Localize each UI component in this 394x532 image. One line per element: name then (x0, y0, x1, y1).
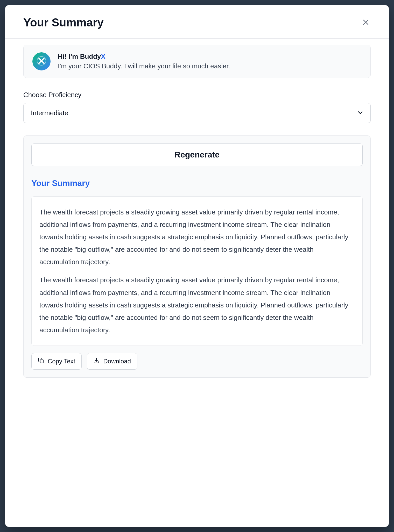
intro-heading: Hi! I'm BuddyX (58, 53, 362, 61)
summary-card: Regenerate Your Summary The wealth forec… (23, 135, 371, 378)
download-icon (93, 357, 100, 365)
summary-modal: Your Summary Hi! I'm BuddyX (5, 5, 389, 527)
svg-rect-3 (40, 360, 43, 363)
intro-subtitle: I'm your CIOS Buddy. I will make your li… (58, 62, 362, 70)
download-button[interactable]: Download (87, 353, 137, 370)
copy-text-label: Copy Text (48, 358, 75, 365)
proficiency-select[interactable]: Intermediate (23, 103, 371, 123)
summary-paragraph: The wealth forecast projects a steadily … (39, 274, 355, 336)
intro-box: Hi! I'm BuddyX I'm your CIOS Buddy. I wi… (23, 45, 371, 78)
intro-greeting: Hi! I'm Buddy (58, 53, 101, 60)
intro-text: Hi! I'm BuddyX I'm your CIOS Buddy. I wi… (58, 53, 362, 70)
close-button[interactable] (361, 17, 371, 28)
copy-icon (38, 357, 44, 365)
action-row: Copy Text Download (31, 353, 363, 370)
summary-text-box: The wealth forecast projects a steadily … (31, 196, 363, 346)
proficiency-select-wrap: Intermediate (23, 103, 371, 123)
modal-title: Your Summary (23, 16, 104, 29)
regenerate-button[interactable]: Regenerate (31, 143, 363, 166)
download-label: Download (103, 358, 131, 365)
summary-heading: Your Summary (31, 178, 363, 188)
buddy-x-icon (36, 56, 47, 67)
proficiency-label: Choose Proficiency (23, 91, 371, 99)
modal-body: Hi! I'm BuddyX I'm your CIOS Buddy. I wi… (5, 39, 389, 527)
intro-greeting-accent: X (101, 53, 105, 60)
copy-text-button[interactable]: Copy Text (31, 353, 82, 370)
avatar (32, 52, 51, 70)
summary-paragraph: The wealth forecast projects a steadily … (39, 206, 355, 268)
close-icon (362, 18, 370, 27)
modal-header: Your Summary (5, 5, 389, 39)
